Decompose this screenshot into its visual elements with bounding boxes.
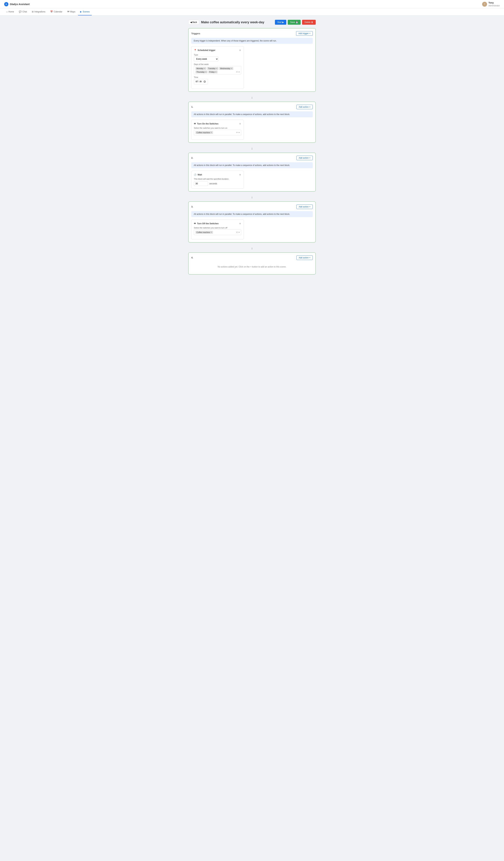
pin-icon: 📍	[194, 49, 197, 52]
action-block-1: 1. Add action + All actions in this bloc…	[188, 102, 316, 143]
subnav: ⌂ Home 💬 Chat ⊞ Integrations 📅 Calendar …	[0, 9, 504, 16]
turn-on-title: 👁 Turn On the Switches	[194, 123, 219, 125]
tags-dropdown-button[interactable]: ▾	[239, 71, 240, 73]
tag-tuesday: Tuesday ✕	[207, 67, 219, 70]
topnav: G Gladys Assistant T Tony Administrator	[0, 0, 504, 9]
wait-value-input[interactable]	[194, 181, 208, 186]
turn-on-select-group: Select the switches you want to turn on …	[194, 127, 241, 135]
trigger-days-tags[interactable]: Monday ✕ Tuesday ✕ Wednesday ✕ Thursday …	[194, 66, 241, 74]
turn-on-tags[interactable]: Coffee machine ✕ ✕ ▾	[194, 130, 241, 135]
turn-on-block: 👁 Turn On the Switches ✕ Select the swit…	[191, 120, 244, 140]
wait-unit: seconds	[209, 182, 217, 185]
trigger-type-group: Type Every week Every day Every month	[194, 54, 241, 62]
subnav-scenes[interactable]: ▶ Scenes	[78, 9, 92, 15]
turn-off-tags[interactable]: Coffee machine ✕ ✕ ▾	[194, 230, 241, 235]
action-block-3-num: 3.	[191, 205, 193, 208]
arrow-4: ↓	[188, 244, 316, 252]
turn-on-close-button[interactable]: ✕	[239, 122, 241, 125]
action-block-3-info: All actions in this block will run in pa…	[191, 211, 313, 217]
arrow-2: ↓	[188, 144, 316, 153]
tag-thursday: Thursday ✕	[195, 70, 208, 73]
topnav-right: T Tony Administrator	[482, 1, 500, 7]
turn-off-clear-button[interactable]: ✕	[236, 231, 238, 234]
calendar-icon: 📅	[50, 11, 53, 13]
tag-monday-remove[interactable]: ✕	[204, 68, 205, 69]
add-action-button-3[interactable]: Add action +	[296, 204, 313, 209]
eye-icon-3: 👁	[194, 222, 196, 225]
turn-on-tags-actions: ✕ ▾	[236, 131, 240, 134]
turn-off-block: 👁 Turn Off the Switches ✕ Select the swi…	[191, 220, 244, 240]
tag-wednesday-remove[interactable]: ✕	[231, 68, 232, 69]
action-block-2: 2. Add action + All actions in this bloc…	[188, 153, 316, 192]
page-header: ◀ Back Make coffee automatically every w…	[188, 20, 316, 25]
home-icon: ⌂	[6, 11, 8, 13]
action-block-4-header: 4. Add action +	[191, 256, 313, 260]
triggers-header: Triggers Add trigger +	[191, 31, 313, 36]
tag-thursday-remove[interactable]: ✕	[205, 71, 207, 73]
triggers-title: Triggers	[191, 32, 200, 35]
user-name: Tony	[488, 1, 500, 4]
tags-clear-button[interactable]: ✕	[236, 71, 238, 73]
scenes-icon: ▶	[80, 11, 82, 13]
action-block-1-info: All actions in this block will run in pa…	[191, 111, 313, 117]
action-block-2-header: 2. Add action +	[191, 156, 313, 160]
trigger-type-select[interactable]: Every week Every day Every month	[194, 57, 219, 62]
triggers-section: Triggers Add trigger + Every trigger is …	[188, 28, 316, 92]
arrow-3: ↓	[188, 193, 316, 202]
page-title: Make coffee automatically every week-day	[201, 20, 264, 24]
trigger-time-input[interactable]	[194, 79, 208, 84]
turn-on-header: 👁 Turn On the Switches ✕	[194, 122, 241, 125]
action-block-4-num: 4.	[191, 256, 193, 259]
add-action-button-1[interactable]: Add action +	[296, 105, 313, 109]
subnav-integrations[interactable]: ⊞ Integrations	[30, 9, 47, 15]
trigger-type-label: Type	[194, 54, 241, 56]
back-button[interactable]: ◀ Back	[188, 20, 199, 25]
app-logo: G	[4, 2, 9, 6]
action-block-2-num: 2.	[191, 156, 193, 159]
subnav-calendar[interactable]: 📅 Calendar	[48, 9, 65, 15]
tag-tuesday-remove[interactable]: ✕	[216, 68, 218, 69]
trigger-close-button[interactable]: ✕	[239, 49, 241, 52]
save-button[interactable]: Save 💾	[288, 20, 300, 25]
trigger-time-label: Time	[194, 76, 241, 78]
add-action-button-4[interactable]: Add action +	[296, 256, 313, 260]
wait-close-button[interactable]: ✕	[239, 173, 241, 176]
action-block-3-header: 3. Add action +	[191, 204, 313, 209]
wait-description: This block will wait the specified durat…	[194, 178, 241, 180]
turn-on-clear-button[interactable]: ✕	[236, 131, 238, 134]
tag-coffee-machine-off-remove[interactable]: ✕	[211, 231, 212, 233]
trigger-block-header: 📍 Scheduled trigger ✕	[194, 49, 241, 52]
action-block-1-num: 1.	[191, 106, 193, 108]
triggers-info-banner: Every trigger is independent. When any o…	[191, 38, 313, 44]
tag-wednesday: Wednesday ✕	[219, 67, 233, 70]
app-title: Gladys Assistant	[10, 3, 30, 5]
add-action-button-2[interactable]: Add action +	[296, 156, 313, 160]
delete-button[interactable]: Delete 🗑	[302, 20, 316, 25]
start-button[interactable]: Start ▶	[275, 20, 286, 25]
turn-off-dropdown-button[interactable]: ▾	[239, 231, 240, 234]
tag-friday-remove[interactable]: ✕	[215, 71, 216, 73]
turn-off-tags-actions: ✕ ▾	[236, 231, 240, 234]
add-trigger-button[interactable]: Add trigger +	[296, 31, 313, 36]
turn-off-label: Select the switches you want to turn off	[194, 227, 241, 229]
subnav-home[interactable]: ⌂ Home	[4, 9, 16, 15]
chat-icon: 💬	[19, 11, 22, 13]
action-block-2-info: All actions in this block will run in pa…	[191, 162, 313, 168]
subnav-chat[interactable]: 💬 Chat	[17, 9, 29, 15]
tag-friday: Friday ✕	[208, 70, 218, 73]
tag-coffee-machine-off: Coffee machine ✕	[195, 231, 213, 234]
turn-on-label: Select the switches you want to turn on	[194, 127, 241, 129]
topnav-left: G Gladys Assistant	[4, 2, 30, 6]
page-header-left: ◀ Back Make coffee automatically every w…	[188, 20, 264, 25]
trigger-days-group: Days of the week Monday ✕ Tuesday ✕ Wedn…	[194, 63, 241, 74]
wait-header: 🕐 Wait ✕	[194, 173, 241, 176]
avatar: T	[482, 2, 487, 6]
turn-on-dropdown-button[interactable]: ▾	[239, 131, 240, 134]
turn-off-close-button[interactable]: ✕	[239, 222, 241, 225]
action-block-1-header: 1. Add action +	[191, 105, 313, 109]
subnav-maps[interactable]: 🗺 Maps	[65, 9, 78, 15]
tag-coffee-machine-on-remove[interactable]: ✕	[211, 132, 212, 133]
tag-coffee-machine-on: Coffee machine ✕	[195, 131, 213, 134]
maps-icon: 🗺	[67, 11, 69, 13]
trigger-days-label: Days of the week	[194, 63, 241, 65]
